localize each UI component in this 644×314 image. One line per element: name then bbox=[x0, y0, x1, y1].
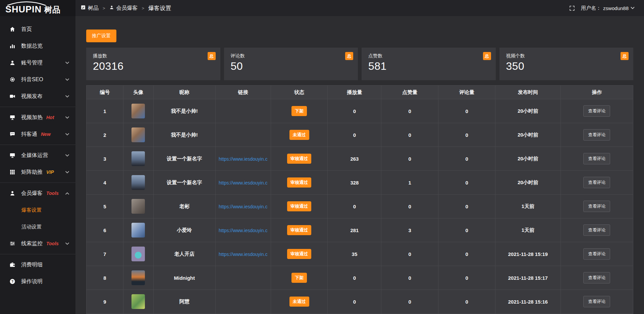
status-badge[interactable]: 未通过 bbox=[289, 297, 309, 307]
stat-total-badge: 总 bbox=[483, 52, 491, 60]
stat-total-badge: 总 bbox=[621, 52, 629, 60]
sidebar-item-label: 全媒体运营 bbox=[21, 152, 48, 159]
cell-link[interactable]: https://www.iesdouyin.c bbox=[215, 171, 271, 195]
cell-status: 审核通过 bbox=[271, 171, 328, 195]
view-comments-button[interactable]: 查看评论 bbox=[583, 105, 610, 117]
view-comments-button[interactable]: 查看评论 bbox=[583, 248, 610, 260]
promo-settings-button[interactable]: 推广设置 bbox=[86, 30, 116, 42]
breadcrumb-separator: > bbox=[142, 6, 145, 11]
cell-number: 3 bbox=[87, 147, 123, 171]
breadcrumb-item[interactable]: 树品 bbox=[81, 5, 99, 12]
breadcrumb-item[interactable]: 会员爆客 bbox=[109, 5, 138, 12]
table-row: 4设置一个新名字https://www.iesdouyin.c审核通过32810… bbox=[87, 171, 633, 195]
cell-publish-time: 20小时前 bbox=[495, 123, 561, 147]
monitor-icon bbox=[9, 152, 16, 158]
view-comments-button[interactable]: 查看评论 bbox=[583, 272, 610, 283]
logo-text-en: SHUPIN bbox=[5, 4, 42, 15]
stat-total-badge: 总 bbox=[345, 52, 353, 60]
breadcrumb-label: 树品 bbox=[88, 5, 99, 12]
cell-number: 6 bbox=[87, 218, 123, 242]
cell-link[interactable]: https://www.iesdouyin.c bbox=[215, 218, 271, 242]
stat-card-视频个数: 视频个数350总 bbox=[499, 48, 634, 80]
cell-publish-time: 2021-11-28 15:17 bbox=[495, 266, 561, 290]
sidebar-item-会员爆客[interactable]: 会员爆客Tools bbox=[0, 185, 75, 202]
cell-action: 查看评论 bbox=[560, 242, 633, 266]
avatar bbox=[131, 127, 145, 142]
view-comments-button[interactable]: 查看评论 bbox=[583, 153, 610, 164]
view-comments-button[interactable]: 查看评论 bbox=[583, 224, 610, 236]
view-comments-button[interactable]: 查看评论 bbox=[583, 201, 610, 212]
question-icon: ? bbox=[9, 278, 16, 284]
stat-card-点赞数: 点赞数581总 bbox=[362, 48, 496, 80]
cell-link[interactable]: https://www.iesdouyin.c bbox=[215, 147, 271, 171]
sidebar-item-视频发布[interactable]: 视频发布 bbox=[0, 88, 75, 105]
user-menu[interactable]: 用户名：zswodun88 bbox=[581, 5, 635, 11]
cell-status: 未通过 bbox=[271, 123, 328, 147]
cell-action: 查看评论 bbox=[560, 266, 633, 290]
stat-card-播放数: 播放数20316总 bbox=[86, 48, 220, 80]
sidebar-item-抖音SEO[interactable]: 抖音SEO bbox=[0, 71, 75, 88]
sidebar-item-label: 抖音SEO bbox=[21, 76, 43, 83]
cell-plays: 0 bbox=[328, 266, 381, 290]
sidebar-item-视频加热[interactable]: 视频加热Hot bbox=[0, 109, 75, 126]
video-link[interactable]: https://www.iesdouyin.c bbox=[219, 252, 268, 257]
cell-link[interactable]: https://www.iesdouyin.c bbox=[215, 242, 271, 266]
cell-link bbox=[215, 266, 271, 290]
stat-label: 评论数 bbox=[231, 53, 352, 59]
status-badge[interactable]: 审核通过 bbox=[287, 177, 311, 188]
sidebar-item-label: 抖客通 bbox=[21, 131, 37, 138]
cell-nickname: 阿慧 bbox=[153, 290, 215, 314]
sidebar-item-全媒体运营[interactable]: 全媒体运营 bbox=[0, 147, 75, 164]
sidebar-item-矩阵助推[interactable]: 矩阵助推VIP bbox=[0, 164, 75, 180]
status-badge[interactable]: 审核通过 bbox=[287, 201, 311, 211]
sidebar-item-首页[interactable]: 首页 bbox=[0, 21, 75, 38]
video-link[interactable]: https://www.iesdouyin.c bbox=[219, 228, 268, 233]
cell-nickname: Midnight bbox=[153, 266, 215, 290]
sidebar-item-账号管理[interactable]: 账号管理 bbox=[0, 54, 75, 71]
sidebar-item-抖客通[interactable]: 抖客通New bbox=[0, 126, 75, 143]
cell-link[interactable]: https://www.iesdouyin.c bbox=[215, 195, 271, 218]
sidebar-item-线索监控[interactable]: 线索监控Tools bbox=[0, 235, 75, 252]
cell-status: 下架 bbox=[271, 266, 328, 290]
status-badge[interactable]: 审核通过 bbox=[287, 249, 311, 259]
status-badge[interactable]: 下架 bbox=[291, 273, 307, 283]
cell-nickname: 小爱玲 bbox=[153, 218, 215, 242]
video-link[interactable]: https://www.iesdouyin.c bbox=[219, 180, 268, 186]
column-header-编号: 编号 bbox=[87, 86, 123, 99]
cell-number: 5 bbox=[87, 195, 123, 218]
sidebar-item-消费明细[interactable]: 消费明细 bbox=[0, 256, 75, 273]
status-badge[interactable]: 下架 bbox=[291, 106, 307, 116]
breadcrumb-item[interactable]: 爆客设置 bbox=[148, 4, 171, 12]
column-header-操作: 操作 bbox=[560, 86, 633, 99]
view-comments-button[interactable]: 查看评论 bbox=[583, 129, 610, 141]
sidebar-subitem-活动设置[interactable]: 活动设置 bbox=[0, 218, 75, 235]
sidebar-item-label: 视频加热 bbox=[21, 114, 43, 121]
doc-square-icon bbox=[81, 5, 86, 11]
video-link[interactable]: https://www.iesdouyin.c bbox=[219, 204, 268, 209]
sidebar-item-label: 首页 bbox=[21, 26, 32, 33]
view-comments-button[interactable]: 查看评论 bbox=[583, 177, 610, 188]
status-badge[interactable]: 审核通过 bbox=[287, 225, 311, 235]
video-link[interactable]: https://www.iesdouyin.c bbox=[219, 156, 268, 162]
status-badge[interactable]: 未通过 bbox=[289, 130, 309, 140]
cell-number: 8 bbox=[87, 266, 123, 290]
sidebar-subitem-爆客设置[interactable]: 爆客设置 bbox=[0, 202, 75, 218]
chevron-down-icon bbox=[631, 7, 635, 9]
cell-publish-time: 20小时前 bbox=[495, 171, 561, 195]
cell-action: 查看评论 bbox=[560, 99, 633, 123]
status-badge[interactable]: 审核通过 bbox=[287, 154, 311, 164]
sidebar-item-操作说明[interactable]: ?操作说明 bbox=[0, 273, 75, 290]
sidebar-item-label: 矩阵助推 bbox=[21, 169, 43, 176]
cell-comments: 0 bbox=[438, 147, 495, 171]
breadcrumb: 树品>会员爆客>爆客设置 bbox=[81, 4, 171, 12]
cell-comments: 0 bbox=[438, 195, 495, 218]
table-row: 1我不是小帅!下架00020小时前查看评论 bbox=[87, 99, 633, 123]
sidebar-item-数据总览[interactable]: 数据总览 bbox=[0, 38, 75, 54]
stat-label: 视频个数 bbox=[506, 53, 627, 59]
cell-likes: 0 bbox=[381, 242, 438, 266]
fullscreen-icon[interactable] bbox=[569, 5, 575, 11]
gear-icon bbox=[9, 76, 16, 83]
cell-avatar bbox=[123, 290, 153, 314]
view-comments-button[interactable]: 查看评论 bbox=[583, 296, 610, 307]
sidebar-item-label: 线索监控 bbox=[21, 240, 43, 247]
